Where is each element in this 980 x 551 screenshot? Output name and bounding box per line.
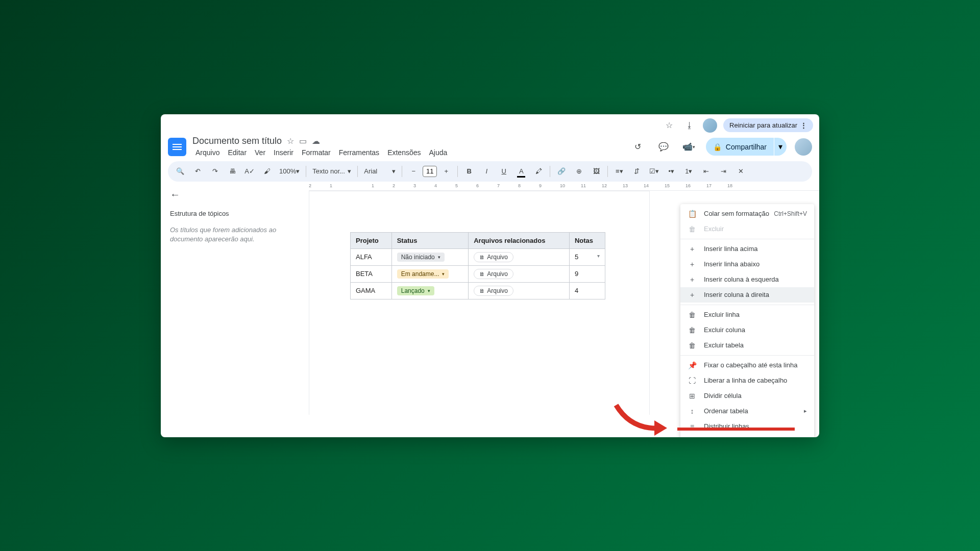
cell-arquivo[interactable]: Arquivo [469,282,570,299]
project-table[interactable]: ProjetoStatusArquivos relacionadosNotas … [350,232,605,299]
docs-logo-icon[interactable] [168,138,186,156]
cell-arquivo[interactable]: Arquivo [469,265,570,282]
profile-avatar-browser[interactable] [703,118,717,133]
ctx-delete-col[interactable]: 🗑Excluir coluna [680,322,814,338]
ctx-delete-table[interactable]: 🗑Excluir tabela [680,338,814,353]
table-header[interactable]: Projeto [351,232,392,248]
paint-format-icon[interactable]: 🖌 [259,163,275,180]
table-header[interactable]: Notas [569,232,605,248]
cell-arquivo[interactable]: Arquivo [469,248,570,265]
cell-projeto[interactable]: GAMA [351,282,392,299]
font-increase-icon[interactable]: + [438,163,454,180]
menu-inserir[interactable]: Inserir [271,147,297,158]
table-header[interactable]: Status [391,232,469,248]
indent-decrease-icon[interactable]: ⇤ [698,163,714,180]
cloud-icon[interactable]: ☁ [312,136,320,146]
browser-topbar: ☆ ⭳ Reiniciar para atualizar ⋮ [161,114,819,137]
status-chip[interactable]: Em andame... [397,269,449,279]
cell-notas[interactable]: 5▾ [569,248,605,265]
font-decrease-icon[interactable]: − [405,163,422,180]
ctx-distribute-cols[interactable]: |↔|Distribuir colunas [680,434,814,437]
font-select[interactable]: Arial ▾ [361,163,399,180]
zoom-select[interactable]: 100% ▾ [276,163,303,180]
share-button[interactable]: 🔒 Compartilhar [706,138,774,156]
ctx-insert-row-above[interactable]: +Inserir linha acima [680,241,814,257]
cell-dropdown-icon[interactable]: ▾ [597,253,600,259]
ctx-delete-row[interactable]: 🗑Excluir linha [680,307,814,322]
undo-icon[interactable]: ↶ [189,163,206,180]
clear-format-icon[interactable]: ✕ [732,163,749,180]
italic-icon[interactable]: I [478,163,495,180]
horizontal-ruler[interactable]: 21123456789101112131415161718 [309,182,819,191]
document-title[interactable]: Documento sem título [192,136,282,146]
print-icon[interactable]: 🖶 [224,163,240,180]
back-arrow-icon[interactable]: ← [170,189,300,201]
ctx-insert-col-left[interactable]: +Inserir coluna à esquerda [680,272,814,287]
menu-formatar[interactable]: Formatar [299,147,334,158]
status-chip[interactable]: Lançado [397,286,434,295]
table-header[interactable]: Arquivos relacionados [469,232,570,248]
menu-arquivo[interactable]: Arquivo [192,147,223,158]
indent-increase-icon[interactable]: ⇥ [715,163,731,180]
menu-ver[interactable]: Ver [252,147,268,158]
move-folder-icon[interactable]: ▭ [299,136,307,146]
file-chip[interactable]: Arquivo [474,269,513,279]
restart-label: Reiniciar para atualizar [729,121,797,129]
bold-icon[interactable]: B [461,163,477,180]
table-row[interactable]: GAMALançadoArquivo4 [351,282,605,299]
underline-icon[interactable]: U [496,163,512,180]
paragraph-style-select[interactable]: Texto nor... ▾ [309,163,354,180]
ctx-paste-plain[interactable]: 📋 Colar sem formatação Ctrl+Shift+V [680,206,814,221]
font-size-input[interactable] [423,166,437,177]
file-chip[interactable]: Arquivo [474,252,513,262]
search-icon[interactable]: 🔍 [172,163,188,180]
cell-status[interactable]: Lançado [391,282,469,299]
history-icon[interactable]: ↺ [629,138,647,156]
table-row[interactable]: BETAEm andame...Arquivo9 [351,265,605,282]
cell-notas[interactable]: 4 [569,282,605,299]
spellcheck-icon[interactable]: A✓ [241,163,258,180]
ctx-unpin-header[interactable]: ⛶Liberar a linha de cabeçalho [680,373,814,388]
profile-avatar[interactable] [795,138,812,156]
table-row[interactable]: ALFANão iniciadoArquivo5▾ [351,248,605,265]
menu-editar[interactable]: Editar [225,147,250,158]
menu-extensoes[interactable]: Extensões [384,147,424,158]
line-spacing-icon[interactable]: ⇵ [628,163,645,180]
menu-ferramentas[interactable]: Ferramentas [336,147,382,158]
cell-status[interactable]: Não iniciado [391,248,469,265]
file-chip[interactable]: Arquivo [474,286,513,296]
star-icon[interactable]: ☆ [662,118,676,133]
share-dropdown[interactable]: ▾ [774,138,787,156]
star-outline-icon[interactable]: ☆ [287,136,294,146]
ctx-insert-col-right[interactable]: +Inserir coluna à direita [680,287,814,303]
cell-status[interactable]: Em andame... [391,265,469,282]
comment-icon[interactable]: 💬 [655,138,672,156]
ctx-insert-row-below[interactable]: +Inserir linha abaixo [680,257,814,272]
outline-sidebar: ← Estrutura de tópicos Os títulos que fo… [161,182,309,415]
ctx-sort-table[interactable]: ↕Ordenar tabela [680,404,814,419]
status-chip[interactable]: Não iniciado [397,253,445,262]
align-icon[interactable]: ≡▾ [611,163,627,180]
meet-icon[interactable]: 📹▾ [680,138,698,156]
add-comment-icon[interactable]: ⊕ [571,163,587,180]
download-icon[interactable]: ⭳ [682,118,697,133]
redo-icon[interactable]: ↷ [207,163,223,180]
ctx-split-cell[interactable]: ⊞Dividir célula [680,388,814,404]
ctx-pin-header[interactable]: 📌Fixar o cabeçalho até esta linha [680,358,814,373]
sort-icon: ↕ [688,407,697,415]
menu-ajuda[interactable]: Ajuda [426,147,451,158]
cell-notas[interactable]: 9 [569,265,605,282]
numbered-list-icon[interactable]: 1▾ [680,163,697,180]
ctx-distribute-rows[interactable]: ≡Distribuir linhas [680,419,814,434]
link-icon[interactable]: 🔗 [553,163,570,180]
cell-projeto[interactable]: BETA [351,265,392,282]
cell-projeto[interactable]: ALFA [351,248,392,265]
insert-image-icon[interactable]: 🖼 [588,163,604,180]
text-color-icon[interactable]: A [513,163,529,180]
page[interactable]: ProjetoStatusArquivos relacionadosNotas … [309,191,650,415]
bulleted-list-icon[interactable]: •▾ [663,163,679,180]
paste-icon: 📋 [688,210,697,218]
restart-button[interactable]: Reiniciar para atualizar ⋮ [723,118,813,132]
highlight-icon[interactable]: 🖍 [530,163,547,180]
checklist-icon[interactable]: ☑▾ [646,163,662,180]
